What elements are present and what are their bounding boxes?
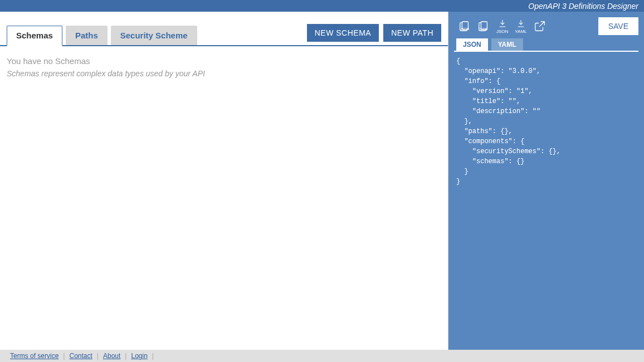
svg-rect-1 [481,22,487,30]
new-schema-button[interactable]: NEW SCHEMA [307,24,379,42]
tabs-row: Schemas Paths Security Scheme [7,26,197,45]
format-tab-yaml[interactable]: YAML [491,38,523,51]
footer-link-login[interactable]: Login [131,352,147,360]
download-yaml-label: YAML [515,29,526,34]
tab-security-scheme[interactable]: Security Scheme [111,26,197,45]
left-panel: Schemas Paths Security Scheme NEW SCHEMA… [0,12,448,350]
open-external-icon[interactable] [534,20,546,32]
format-tab-json[interactable]: JSON [456,38,488,51]
footer-link-contact[interactable]: Contact [69,352,92,360]
footer-separator: | [97,352,99,360]
footer-separator: | [63,352,65,360]
right-toolbar: JSON YAML JSON YAML SAVE [448,12,644,38]
page-title: OpenAPI 3 Definitions Designer [528,2,638,11]
copy-json-icon[interactable]: JSON [458,20,471,32]
tab-schemas[interactable]: Schemas [7,26,62,46]
right-panel: JSON YAML JSON YAML SAVE [448,12,644,350]
svg-rect-0 [462,22,468,30]
footer: Terms of service | Contact | About | Log… [0,350,644,362]
left-content: You have no Schemas Schemas represent co… [0,46,448,88]
copy-yaml-icon[interactable]: YAML [477,20,490,32]
top-bar: OpenAPI 3 Definitions Designer [0,0,644,12]
toolbar-icons: JSON YAML JSON YAML [458,19,546,34]
save-button[interactable]: SAVE [598,17,638,35]
format-tabs: JSON YAML [454,38,638,52]
footer-separator: | [125,352,126,360]
action-buttons: NEW SCHEMA NEW PATH [307,24,441,42]
download-json-label: JSON [496,29,508,34]
empty-state-heading: You have no Schemas [7,56,441,66]
new-path-button[interactable]: NEW PATH [383,24,441,42]
footer-link-terms[interactable]: Terms of service [10,352,58,360]
download-yaml-button[interactable]: YAML [515,19,526,34]
download-json-button[interactable]: JSON [496,19,508,34]
left-header: Schemas Paths Security Scheme NEW SCHEMA… [0,12,448,46]
code-preview[interactable]: { "openapi": "3.0.0", "info": { "version… [448,52,644,350]
footer-separator: | [152,352,154,360]
empty-state-subtext: Schemas represent complex data types use… [7,69,441,78]
tab-paths[interactable]: Paths [66,26,108,45]
main-container: Schemas Paths Security Scheme NEW SCHEMA… [0,12,644,350]
footer-link-about[interactable]: About [103,352,120,360]
